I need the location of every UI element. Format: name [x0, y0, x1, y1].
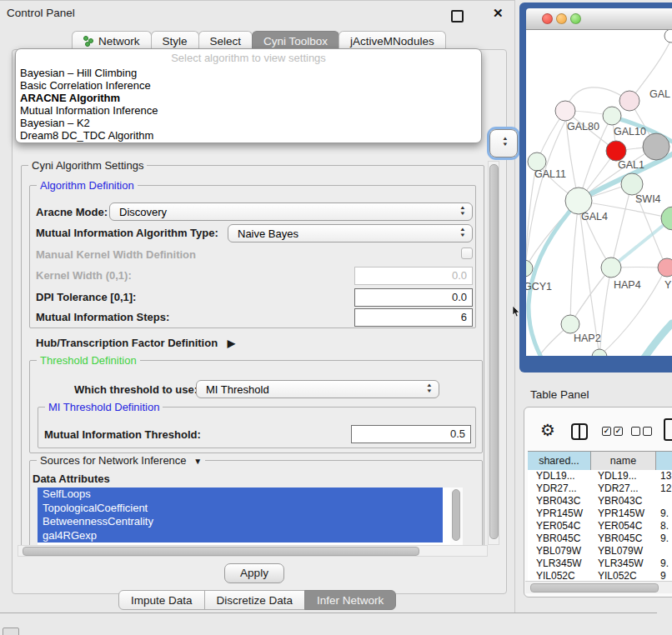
control-panel-tabs: Network Style Select Cyni Toolbox jActiv…	[72, 31, 445, 50]
settings-vertical-scrollbar[interactable]	[488, 161, 499, 545]
node[interactable]	[619, 91, 639, 111]
deselect-all-columns-icon[interactable]	[631, 427, 652, 436]
node[interactable]	[643, 133, 669, 160]
node[interactable]	[592, 349, 607, 356]
minimize-window-icon[interactable]	[556, 13, 567, 24]
aracne-mode-select[interactable]: Discovery ▲ ▼	[109, 202, 473, 221]
group-title: Threshold Definition	[37, 354, 140, 367]
which-threshold-select[interactable]: MI Threshold ▲ ▼	[196, 380, 439, 398]
tab-discretize-data[interactable]: Discretize Data	[204, 590, 306, 610]
export-table-icon[interactable]	[664, 418, 672, 441]
gear-icon[interactable]: ⚙	[540, 420, 555, 440]
list-item[interactable]: gal4RGexp	[38, 529, 443, 543]
zoom-window-icon[interactable]	[570, 13, 581, 24]
network-canvas[interactable]: GAL GAL80 GAL10 GAL1 GAL11 SWI4 GAL4 GCY…	[526, 30, 672, 356]
screen: Control Panel ✕ Network Style Select Cyn…	[0, 0, 672, 635]
node-label: HAP4	[614, 279, 641, 291]
mi-type-select[interactable]: Naive Bayes ▲ ▼	[228, 224, 473, 242]
node-gal80[interactable]	[555, 101, 575, 121]
list-item[interactable]: SelfLoops	[38, 488, 443, 502]
node-gal1[interactable]	[606, 141, 626, 161]
table-row[interactable]: YER054C YER054C 8.	[528, 520, 672, 532]
settings-scroll-area: Cyni Algorithm Settings Algorithm Defini…	[16, 160, 488, 545]
tab-cyni-toolbox[interactable]: Cyni Toolbox	[252, 31, 339, 50]
popup-item[interactable]: Mutual Information Inference	[20, 104, 477, 117]
combo-arrows-icon: ▲ ▼	[502, 136, 509, 148]
list-vertical-scrollbar[interactable]	[450, 488, 463, 545]
group-title: Cyni Algorithm Settings	[28, 160, 147, 172]
control-panel-title: Control Panel	[7, 7, 75, 19]
column-header-name[interactable]: name	[591, 452, 656, 470]
algorithm-combo-arrow-button[interactable]: ▲ ▼	[489, 129, 518, 158]
tab-label: Style	[163, 35, 188, 48]
node-gal10[interactable]	[603, 107, 621, 125]
tab-jactivemnodules[interactable]: jActiveMNodules	[339, 31, 446, 50]
collapsed-triangle-icon: ▶	[228, 338, 235, 349]
tab-style[interactable]: Style	[151, 31, 199, 50]
popup-item[interactable]: Bayesian – K2	[20, 117, 477, 129]
table-panel-title: Table Panel	[530, 388, 589, 401]
combo-arrows-icon: ▲ ▼	[426, 382, 433, 394]
node[interactable]	[658, 258, 672, 277]
popup-item[interactable]: Dream8 DC_TDC Algorithm	[20, 129, 477, 142]
select-all-columns-icon[interactable]: ✓ ✓	[602, 427, 623, 436]
list-item[interactable]: TopologicalCoefficient	[38, 502, 443, 516]
close-panel-icon[interactable]: ✕	[493, 6, 504, 21]
kernel-width-field[interactable]: 0.0	[354, 267, 473, 285]
popup-item[interactable]: Bayesian – Hill Climbing	[20, 67, 477, 79]
popup-item[interactable]: Basic Correlation Inference	[20, 79, 477, 92]
hub-section-toggle[interactable]: Hub/Transcription Factor Definition ▶	[36, 337, 235, 349]
table-row[interactable]: YBL079W YBL079W	[528, 545, 672, 558]
combo-arrows-icon: ▲ ▼	[459, 205, 466, 217]
columns-icon[interactable]	[571, 423, 588, 440]
mi-steps-field[interactable]: 6	[354, 308, 473, 327]
tab-network[interactable]: Network	[72, 31, 152, 50]
column-header-shared-name[interactable]: shared...	[528, 452, 591, 470]
table-horizontal-scrollbar[interactable]	[525, 581, 672, 593]
float-panel-icon[interactable]	[451, 10, 464, 22]
table-row[interactable]: YBR045C YBR045C 9.	[528, 532, 672, 545]
kernel-width-label: Kernel Width (0,1):	[36, 269, 132, 282]
selected-value: MI Threshold	[206, 383, 269, 396]
dpi-tolerance-label: DPI Tolerance [0,1]:	[36, 291, 136, 303]
dpi-tolerance-field[interactable]: 0.0	[354, 288, 473, 307]
mi-threshold-field[interactable]: 0.5	[351, 425, 471, 443]
popup-item-selected[interactable]: ARACNE Algorithm	[20, 92, 477, 104]
table-row[interactable]: YPR145W YPR145W 9.	[528, 508, 672, 520]
collapsed-panel-icon[interactable]	[3, 628, 19, 635]
node-hap2[interactable]	[561, 315, 579, 333]
table-row[interactable]: YLR345W YLR345W 9.	[528, 558, 672, 570]
algorithm-popup: Select algorithm to view settings Bayesi…	[15, 48, 482, 143]
tab-infer-network[interactable]: Infer Network	[304, 590, 396, 610]
settings-horizontal-scrollbar[interactable]	[18, 545, 488, 557]
table-row[interactable]: YDL19... YDL19... 13	[528, 470, 672, 482]
mi-threshold-label: Mutual Information Threshold:	[44, 428, 201, 441]
node-label: GAL4	[581, 211, 608, 222]
node-label: GAL80	[567, 121, 599, 132]
data-attributes-list[interactable]: SelfLoops TopologicalCoefficient Between…	[38, 488, 463, 545]
table-row[interactable]: YDR27... YDR27... 12	[528, 482, 672, 495]
cyni-bottom-tabs: Impute Data Discretize Data Infer Networ…	[118, 590, 395, 610]
close-window-icon[interactable]	[542, 13, 553, 24]
sources-group-toggle[interactable]: Sources for Network Inference ▼	[37, 454, 205, 468]
mouse-cursor	[512, 306, 522, 318]
tab-impute-data[interactable]: Impute Data	[118, 590, 205, 610]
tab-select[interactable]: Select	[198, 31, 253, 50]
group-title: Algorithm Definition	[37, 179, 138, 192]
node[interactable]	[664, 30, 672, 42]
node-label: Y	[664, 279, 672, 291]
list-item[interactable]: BetweennessCentrality	[38, 515, 443, 529]
aracne-mode-label: Aracne Mode:	[36, 206, 108, 218]
node-label: GCY1	[526, 281, 552, 292]
network-window-titlebar[interactable]	[526, 8, 672, 30]
tab-label: Select	[210, 35, 242, 48]
node-gcy1[interactable]	[526, 260, 533, 277]
node-label: GAL1	[618, 159, 644, 171]
apply-button[interactable]: Apply	[224, 563, 284, 583]
node-hap4[interactable]	[601, 258, 621, 278]
column-header[interactable]	[656, 452, 672, 470]
manual-kernel-checkbox[interactable]	[461, 248, 473, 259]
node-swi4[interactable]	[621, 173, 643, 195]
table-row[interactable]: YBR043C YBR043C	[528, 495, 672, 508]
group-title: MI Threshold Definition	[45, 401, 163, 413]
